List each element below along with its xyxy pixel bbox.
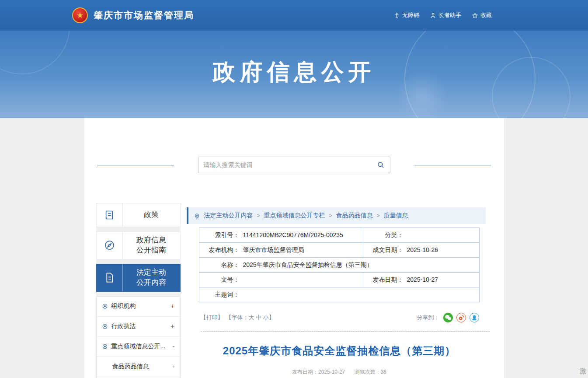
system-watermark: 激 (580, 367, 586, 375)
star-icon (472, 12, 478, 19)
top-header-bar: ★ 肇庆市市场监督管理局 无障碍 长者助手 收藏 (0, 0, 588, 31)
breadcrumb-separator: > (377, 213, 380, 219)
sidebar-item-label: 政府信息公开指南 (123, 232, 180, 259)
article-toolbar: 【打印】 【字体：大 中 小】 分享到： (201, 313, 479, 322)
elder-assistant-label: 长者助手 (438, 11, 461, 19)
accessibility-label: 无障碍 (402, 11, 419, 19)
article-publish-date: 发布日期：2025-10-27 (292, 369, 345, 375)
submenu-item-food-drug-info[interactable]: 食品药品信息 - (97, 357, 180, 377)
index-number-value: 11441200MB2C90776M/2025-00235 (243, 231, 343, 238)
publish-date-value: 2025-10-27 (407, 276, 438, 283)
category-label: 分类： (363, 231, 404, 239)
table-row: 主题词： (199, 287, 479, 302)
share-area: 分享到： (417, 313, 479, 322)
dashed-divider (201, 331, 490, 332)
submenu-item-law-enforcement[interactable]: 行政执法 + (97, 317, 180, 337)
article-view-count: 浏览次数：36 (355, 369, 386, 375)
search-icon[interactable] (377, 161, 385, 169)
qq-share-icon[interactable] (470, 313, 479, 322)
written-date-cell: 成文日期：2025-10-26 (363, 243, 479, 258)
sidebar-nav: 政策 政府信息公开指南 法定主动公开内容 (96, 203, 181, 378)
agency-label: 发布机构： (199, 246, 240, 254)
sidebar-submenu: 组织机构 + 行政执法 + 重点领域信息公开... - 食品药品信息 (96, 296, 181, 378)
breadcrumb: 法定主动公开内容 > 重点领域信息公开专栏 > 食品药品信息 > 质量信息 (187, 207, 486, 224)
weibo-share-icon[interactable] (456, 313, 466, 322)
decor-line-left (97, 165, 174, 165)
submenu-label: 行政执法 (111, 322, 136, 330)
index-number-cell: 索引号：11441200MB2C90776M/2025-00235 (199, 228, 363, 243)
submenu-label: 重点领域信息公开... (111, 343, 166, 350)
table-row: 名称：2025年肇庆市食品安全监督抽检信息（第三期） (199, 258, 479, 273)
breadcrumb-separator: > (257, 213, 260, 219)
wechat-share-icon[interactable] (443, 313, 453, 322)
written-date-value: 2025-10-26 (407, 246, 438, 253)
elder-person-icon (430, 12, 436, 19)
search-row (96, 157, 492, 173)
submenu-label: 组织机构 (111, 302, 136, 310)
favorite-link[interactable]: 收藏 (472, 11, 492, 19)
table-row: 文号： 发布日期：2025-10-27 (199, 273, 479, 287)
submenu-item-organization[interactable]: 组织机构 + (97, 297, 180, 317)
expand-toggle[interactable]: + (170, 303, 174, 310)
breadcrumb-item-current: 质量信息 (384, 212, 408, 220)
header-utility-links: 无障碍 长者助手 收藏 (393, 11, 492, 19)
index-number-label: 索引号： (199, 231, 240, 239)
location-pin-icon (194, 213, 200, 219)
print-button[interactable]: 【打印】 (201, 314, 223, 322)
publish-date-cell: 发布日期：2025-10-27 (363, 273, 479, 287)
name-label: 名称： (199, 261, 240, 269)
page-body: 政策 政府信息公开指南 法定主动公开内容 (0, 118, 588, 378)
bullet-icon (102, 323, 108, 329)
bullet-icon (102, 303, 108, 309)
national-emblem-logo: ★ (72, 7, 88, 23)
decor-line-right (414, 165, 491, 165)
site-title[interactable]: 肇庆市市场监督管理局 (94, 9, 194, 21)
accessibility-link[interactable]: 无障碍 (393, 11, 419, 19)
collapse-toggle[interactable]: + (170, 323, 174, 330)
sidebar-item-label: 政策 (123, 203, 180, 227)
favorite-label: 收藏 (480, 11, 492, 19)
doc-number-cell: 文号： (199, 273, 363, 287)
breadcrumb-item-key-fields[interactable]: 重点领域信息公开专栏 (264, 212, 325, 220)
document-meta-table: 索引号：11441200MB2C90776M/2025-00235 分类： 发布… (199, 228, 480, 302)
sidebar-item-label: 法定主动公开内容 (123, 264, 180, 291)
publish-date-label: 发布日期： (363, 276, 404, 284)
submenu-item-key-fields[interactable]: 重点领域信息公开... - (97, 337, 180, 357)
bullet-icon (102, 343, 108, 350)
sidebar-item-statutory-disclosure[interactable]: 法定主动公开内容 (96, 264, 181, 292)
sidebar-item-disclosure-guide[interactable]: 政府信息公开指南 (96, 231, 181, 259)
table-row: 索引号：11441200MB2C90776M/2025-00235 分类： (199, 228, 479, 243)
breadcrumb-separator: > (329, 213, 332, 219)
accessibility-icon (393, 12, 400, 19)
site-brand[interactable]: ★ 肇庆市市场监督管理局 (72, 7, 194, 23)
keywords-cell: 主题词： (199, 287, 479, 302)
doc-number-label: 文号： (199, 276, 240, 284)
written-date-label: 成文日期： (363, 246, 404, 254)
collapse-toggle[interactable]: - (172, 363, 174, 370)
main-content: 法定主动公开内容 > 重点领域信息公开专栏 > 食品药品信息 > 质量信息 索引… (187, 203, 492, 378)
name-value: 2025年肇庆市食品安全监督抽检信息（第三期） (243, 261, 373, 268)
content-card: 政策 政府信息公开指南 法定主动公开内容 (84, 118, 504, 378)
content-columns: 政策 政府信息公开指南 法定主动公开内容 (96, 203, 492, 378)
search-input[interactable] (204, 161, 377, 168)
book-icon (97, 203, 123, 227)
document-icon (97, 264, 123, 291)
banner-title: 政府信息公开 (0, 31, 588, 88)
name-cell: 名称：2025年肇庆市食品安全监督抽检信息（第三期） (199, 258, 479, 273)
page-banner: 政府信息公开 (0, 31, 588, 118)
article-title: 2025年肇庆市食品安全监督抽检信息（第三期） (187, 344, 492, 358)
sidebar-item-policy[interactable]: 政策 (96, 203, 181, 227)
agency-cell: 发布机构：肇庆市市场监督管理局 (199, 243, 363, 258)
submenu-label: 食品药品信息 (112, 363, 149, 371)
share-label: 分享到： (417, 314, 440, 322)
collapse-toggle[interactable]: - (172, 343, 174, 350)
category-cell: 分类： (363, 228, 479, 243)
agency-value: 肇庆市市场监督管理局 (243, 246, 304, 253)
keywords-label: 主题词： (199, 291, 240, 299)
font-size-control[interactable]: 【字体：大 中 小】 (226, 314, 275, 322)
breadcrumb-item-statutory[interactable]: 法定主动公开内容 (204, 212, 253, 220)
table-row: 发布机构：肇庆市市场监督管理局 成文日期：2025-10-26 (199, 243, 479, 258)
search-box (198, 157, 390, 173)
breadcrumb-item-food-drug[interactable]: 食品药品信息 (336, 212, 373, 220)
elder-assistant-link[interactable]: 长者助手 (430, 11, 461, 19)
